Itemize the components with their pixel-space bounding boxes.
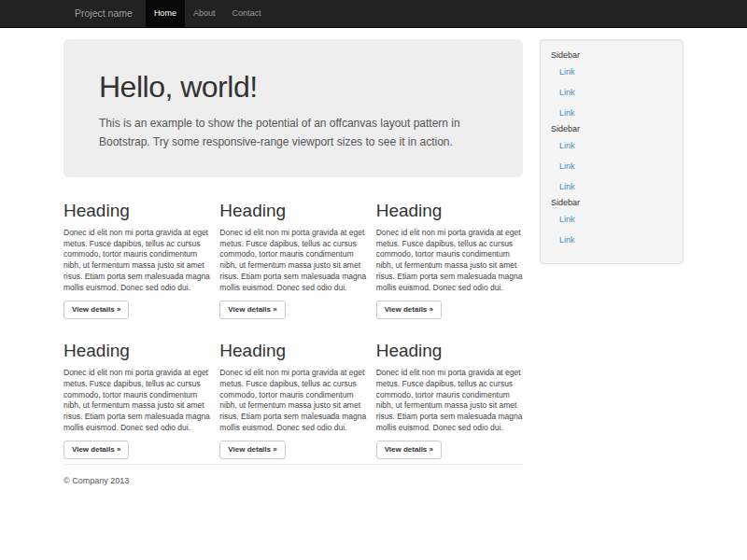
card-body-text: Donec id elit non mi porta gravida at eg… bbox=[376, 228, 523, 293]
card: Heading Donec id elit non mi porta gravi… bbox=[63, 201, 210, 319]
jumbotron-description: This is an example to show the potential… bbox=[99, 114, 487, 151]
card-body-text: Donec id elit non mi porta gravida at eg… bbox=[63, 368, 210, 433]
content-row: Hello, world! This is an example to show… bbox=[63, 28, 684, 485]
sidebar-link[interactable]: Link bbox=[551, 209, 671, 230]
navbar-inner: Project name Home About Contact bbox=[63, 0, 684, 27]
copyright-text: © Company 2013 bbox=[63, 476, 523, 485]
navbar: Project name Home About Contact bbox=[0, 0, 747, 28]
navbar-brand[interactable]: Project name bbox=[63, 0, 146, 27]
navbar-menu: Home About Contact bbox=[146, 0, 270, 27]
card-heading: Heading bbox=[63, 341, 210, 360]
sidebar-link[interactable]: Link bbox=[551, 82, 671, 103]
card-body-text: Donec id elit non mi porta gravida at eg… bbox=[219, 228, 366, 293]
sidebar-group-title: Sidebar bbox=[551, 123, 671, 135]
view-details-button[interactable]: View details » bbox=[376, 441, 442, 459]
card: Heading Donec id elit non mi porta gravi… bbox=[376, 201, 523, 319]
card-heading: Heading bbox=[376, 201, 523, 220]
card-heading: Heading bbox=[63, 201, 210, 220]
page-container: Hello, world! This is an example to show… bbox=[63, 28, 684, 485]
view-details-button[interactable]: View details » bbox=[219, 301, 285, 319]
nav-item-contact[interactable]: Contact bbox=[223, 0, 269, 27]
sidebar-link[interactable]: Link bbox=[551, 230, 671, 250]
card-body-text: Donec id elit non mi porta gravida at eg… bbox=[63, 228, 210, 293]
view-details-button[interactable]: View details » bbox=[376, 301, 442, 319]
card-heading: Heading bbox=[219, 201, 366, 220]
sidebar-group-title: Sidebar bbox=[551, 197, 671, 209]
sidebar-column: Sidebar Link Link Link Sidebar Link Link… bbox=[540, 28, 684, 264]
card: Heading Donec id elit non mi porta gravi… bbox=[376, 341, 523, 459]
cards-row-1: Heading Donec id elit non mi porta gravi… bbox=[63, 201, 523, 319]
page-title: Hello, world! bbox=[99, 71, 487, 103]
sidebar-well: Sidebar Link Link Link Sidebar Link Link… bbox=[540, 39, 684, 264]
nav-item-about[interactable]: About bbox=[185, 0, 224, 27]
footer: © Company 2013 bbox=[63, 464, 523, 485]
card-body-text: Donec id elit non mi porta gravida at eg… bbox=[376, 368, 523, 433]
sidebar-link[interactable]: Link bbox=[551, 135, 671, 156]
sidebar-link[interactable]: Link bbox=[551, 103, 671, 123]
card-heading: Heading bbox=[376, 341, 523, 360]
jumbotron: Hello, world! This is an example to show… bbox=[63, 39, 523, 177]
sidebar-link[interactable]: Link bbox=[551, 62, 671, 82]
sidebar-link[interactable]: Link bbox=[551, 176, 671, 197]
card-body-text: Donec id elit non mi porta gravida at eg… bbox=[219, 368, 366, 433]
card: Heading Donec id elit non mi porta gravi… bbox=[219, 201, 366, 319]
card: Heading Donec id elit non mi porta gravi… bbox=[63, 341, 210, 459]
view-details-button[interactable]: View details » bbox=[219, 441, 285, 459]
card-heading: Heading bbox=[219, 341, 366, 360]
main-column: Hello, world! This is an example to show… bbox=[63, 28, 523, 485]
view-details-button[interactable]: View details » bbox=[63, 301, 129, 319]
nav-item-home[interactable]: Home bbox=[146, 0, 185, 27]
sidebar-link[interactable]: Link bbox=[551, 156, 671, 176]
view-details-button[interactable]: View details » bbox=[63, 441, 129, 459]
card: Heading Donec id elit non mi porta gravi… bbox=[219, 341, 366, 459]
sidebar-group-title: Sidebar bbox=[551, 49, 671, 62]
cards-row-2: Heading Donec id elit non mi porta gravi… bbox=[63, 341, 523, 459]
